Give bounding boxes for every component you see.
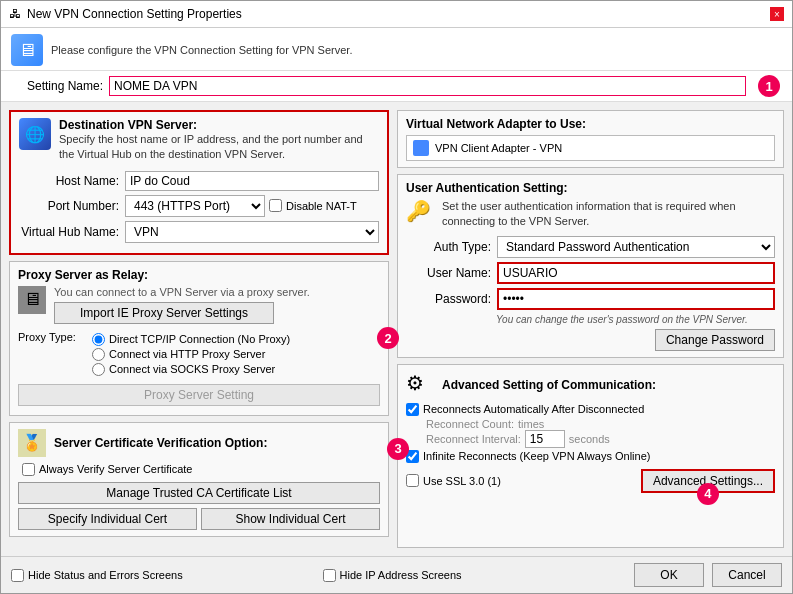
- password-row: Password:: [406, 288, 775, 310]
- proxy-socks-radio[interactable]: [92, 363, 105, 376]
- reconnect-count-label: Reconnect Count:: [426, 418, 514, 430]
- auth-type-label: Auth Type:: [406, 240, 491, 254]
- cert-title: Server Certificate Verification Option:: [54, 436, 267, 450]
- password-note: You can change the user's password on th…: [496, 314, 775, 325]
- infinite-reconnects-row: Infinite Reconnects (Keep VPN Always Onl…: [406, 450, 775, 463]
- hub-name-row: Virtual Hub Name: VPN: [19, 221, 379, 243]
- proxy-direct-radio[interactable]: [92, 333, 105, 346]
- proxy-header: 🖥 You can connect to a VPN Server via a …: [18, 286, 380, 327]
- main-content: 🌐 Destination VPN Server: Specify the ho…: [1, 102, 792, 556]
- destination-section: 🌐 Destination VPN Server: Specify the ho…: [9, 110, 389, 255]
- proxy-radio-group: Direct TCP/IP Connection (No Proxy) Conn…: [92, 331, 290, 378]
- ok-cancel-buttons: OK Cancel: [634, 563, 782, 587]
- left-panel: 🌐 Destination VPN Server: Specify the ho…: [9, 110, 389, 548]
- adapter-label: VPN Client Adapter - VPN: [435, 142, 562, 154]
- infinite-reconnects-label: Infinite Reconnects (Keep VPN Always Onl…: [423, 450, 650, 462]
- auth-type-row: Auth Type: Standard Password Authenticat…: [406, 236, 775, 258]
- proxy-http-radio[interactable]: [92, 348, 105, 361]
- annotation-1: 1: [758, 75, 780, 97]
- setting-name-input[interactable]: [109, 76, 746, 96]
- hide-ip-label: Hide IP Address Screens: [340, 569, 462, 581]
- hub-select[interactable]: VPN: [125, 221, 379, 243]
- proxy-setting-button[interactable]: Proxy Server Setting: [18, 384, 380, 406]
- disable-nat-checkbox[interactable]: [269, 199, 282, 212]
- use-ssl-row: Use SSL 3.0 (1): [406, 474, 501, 487]
- username-row: User Name:: [406, 262, 775, 284]
- always-verify-checkbox[interactable]: [22, 463, 35, 476]
- adv-header: ⚙ Advanced Setting of Communication:: [406, 371, 775, 399]
- reconnect-count-unit: times: [518, 418, 544, 430]
- close-button[interactable]: ×: [770, 7, 784, 21]
- disable-nat-row: Disable NAT-T: [269, 199, 357, 212]
- auth-section: User Authentication Setting: 🔑 Set the u…: [397, 174, 784, 358]
- cert-buttons: Specify Individual Cert Show Individual …: [18, 508, 380, 530]
- hide-ip-row: Hide IP Address Screens: [323, 569, 627, 582]
- hide-status-row: Hide Status and Errors Screens: [11, 569, 315, 582]
- proxy-radio-socks: Connect via SOCKS Proxy Server: [92, 363, 290, 376]
- ok-button[interactable]: OK: [634, 563, 704, 587]
- reconnect-interval-label: Reconnect Interval:: [426, 433, 521, 445]
- annotation-4: 4: [697, 483, 719, 505]
- specify-individual-cert-button[interactable]: Specify Individual Cert: [18, 508, 197, 530]
- manage-ca-button[interactable]: Manage Trusted CA Certificate List: [18, 482, 380, 504]
- host-name-label: Host Name:: [19, 174, 119, 188]
- reconnects-label: Reconnects Automatically After Disconnec…: [423, 403, 644, 415]
- adv-title: Advanced Setting of Communication:: [442, 378, 656, 392]
- change-password-button[interactable]: Change Password: [655, 329, 775, 351]
- main-window: 🖧 New VPN Connection Setting Properties …: [0, 0, 793, 594]
- reconnect-count-row: Reconnect Count: times: [426, 418, 775, 430]
- show-individual-cert-button[interactable]: Show Individual Cert: [201, 508, 380, 530]
- right-panel: Virtual Network Adapter to Use: VPN Clie…: [397, 110, 784, 548]
- port-row: 443 (HTTPS Port) Disable NAT-T: [125, 195, 357, 217]
- proxy-direct-label: Direct TCP/IP Connection (No Proxy): [109, 333, 290, 345]
- always-verify-row: Always Verify Server Certificate: [22, 463, 380, 476]
- reconnect-interval-unit: seconds: [569, 433, 610, 445]
- auth-type-select[interactable]: Standard Password Authentication: [497, 236, 775, 258]
- hide-ip-checkbox[interactable]: [323, 569, 336, 582]
- virtual-adapter-section: Virtual Network Adapter to Use: VPN Clie…: [397, 110, 784, 168]
- auth-desc: Set the user authentication information …: [442, 199, 775, 230]
- cert-header: 🏅 Server Certificate Verification Option…: [18, 429, 380, 457]
- proxy-radio-http: Connect via HTTP Proxy Server: [92, 348, 290, 361]
- proxy-title: Proxy Server as Relay:: [18, 268, 380, 282]
- hub-name-label: Virtual Hub Name:: [19, 225, 119, 239]
- auth-header: 🔑 Set the user authentication informatio…: [406, 199, 775, 230]
- proxy-http-label: Connect via HTTP Proxy Server: [109, 348, 265, 360]
- hide-status-checkbox[interactable]: [11, 569, 24, 582]
- destination-title: Destination VPN Server:: [59, 118, 379, 132]
- window-title: New VPN Connection Setting Properties: [27, 7, 242, 21]
- destination-icon: 🌐: [19, 118, 51, 150]
- annotation-2: 2: [377, 327, 399, 349]
- password-input[interactable]: [497, 288, 775, 310]
- cert-section: 🏅 Server Certificate Verification Option…: [9, 422, 389, 537]
- proxy-desc: You can connect to a VPN Server via a pr…: [54, 286, 310, 298]
- reconnects-checkbox[interactable]: [406, 403, 419, 416]
- always-verify-label: Always Verify Server Certificate: [39, 463, 192, 475]
- reconnect-interval-input[interactable]: [525, 430, 565, 448]
- reconnects-row: Reconnects Automatically After Disconnec…: [406, 403, 775, 416]
- use-ssl-checkbox[interactable]: [406, 474, 419, 487]
- username-input[interactable]: [497, 262, 775, 284]
- auth-title: User Authentication Setting:: [406, 181, 775, 195]
- use-ssl-label: Use SSL 3.0 (1): [423, 475, 501, 487]
- host-name-row: Host Name:: [19, 171, 379, 191]
- proxy-radio-direct: Direct TCP/IP Connection (No Proxy): [92, 333, 290, 346]
- adapter-icon: [413, 140, 429, 156]
- host-name-input[interactable]: [125, 171, 379, 191]
- cert-icon: 🏅: [18, 429, 46, 457]
- annotation-3: 3: [387, 438, 409, 460]
- import-ie-proxy-button[interactable]: Import IE Proxy Server Settings: [54, 302, 274, 324]
- port-number-label: Port Number:: [19, 199, 119, 213]
- adv-icon: ⚙: [406, 371, 434, 399]
- auth-icon: 🔑: [406, 199, 434, 227]
- title-bar: 🖧 New VPN Connection Setting Properties …: [1, 1, 792, 28]
- virtual-adapter-title: Virtual Network Adapter to Use:: [406, 117, 775, 131]
- proxy-section: Proxy Server as Relay: 🖥 You can connect…: [9, 261, 389, 416]
- cancel-button[interactable]: Cancel: [712, 563, 782, 587]
- top-description: Please configure the VPN Connection Sett…: [51, 44, 352, 56]
- username-label: User Name:: [406, 266, 491, 280]
- port-select[interactable]: 443 (HTTPS Port): [125, 195, 265, 217]
- hide-status-label: Hide Status and Errors Screens: [28, 569, 183, 581]
- destination-desc: Specify the host name or IP address, and…: [59, 132, 379, 163]
- password-label: Password:: [406, 292, 491, 306]
